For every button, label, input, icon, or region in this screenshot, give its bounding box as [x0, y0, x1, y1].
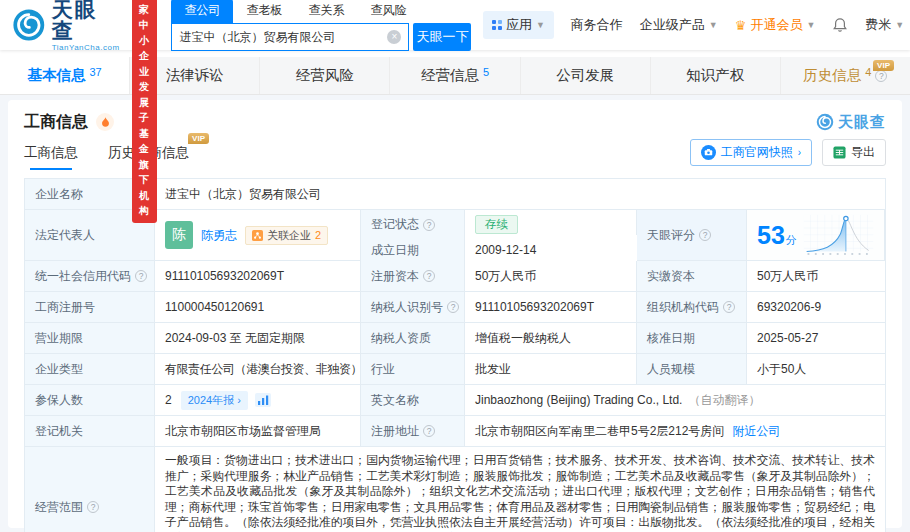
slogan-banner: 都在用的商业查询工具 国家中小企业发展子基金旗下机构: [132, 0, 158, 223]
tab-label: 基本信息: [27, 66, 85, 85]
chevron-down-icon: ▼: [895, 20, 904, 30]
help-icon[interactable]: ?: [423, 425, 435, 437]
english-name-cell: Jinbaozhong (Beijing) Trading Co., Ltd. …: [465, 385, 885, 415]
field-label: 行业: [361, 354, 465, 384]
field-label: 营业期限: [25, 323, 155, 353]
industry-value: 批发业: [465, 354, 637, 384]
org-code-value: 69320206-9: [747, 292, 885, 322]
field-label: 工商注册号: [25, 292, 155, 322]
help-icon[interactable]: ?: [423, 219, 435, 231]
search-tab-risk[interactable]: 查风险: [357, 0, 419, 23]
field-label: 人员规模: [637, 354, 747, 384]
nav-enterprise[interactable]: 企业级产品 ▼: [640, 16, 718, 34]
field-label: 经营范围?: [25, 447, 155, 532]
related-companies-badge[interactable]: 关联企业 2: [245, 226, 328, 245]
app-grid-icon: [492, 20, 502, 30]
tab-operational-risk[interactable]: 经营风险: [260, 57, 390, 94]
legal-rep-link[interactable]: 陈勇志: [201, 227, 237, 244]
english-name-value: Jinbaozhong (Beijing) Trading Co., Ltd.: [475, 393, 682, 407]
tab-label: 历史信息: [803, 66, 861, 85]
nav-vip[interactable]: ♛ 开通会员 ▼: [735, 16, 816, 34]
tianyancha-logo[interactable]: 天眼查 TianYanCha.com: [12, 0, 120, 52]
help-icon[interactable]: ?: [699, 229, 711, 241]
score-value: 53: [757, 221, 785, 249]
field-label: 统一社会信用代码?: [25, 261, 155, 291]
chevron-down-icon: ▼: [806, 20, 815, 30]
search-tab-boss[interactable]: 查老板: [233, 0, 295, 23]
credit-code-value: 91110105693202069T: [155, 261, 361, 291]
subtab-business-registration[interactable]: 工商信息: [24, 144, 78, 170]
tab-history-info[interactable]: VIP 历史信息 4 ?: [781, 57, 910, 94]
related-badge-count: 2: [315, 229, 321, 241]
company-type-value: 有限责任公司（港澳台投资、非独资）: [155, 354, 361, 384]
table-row: 企业类型 有限责任公司（港澳台投资、非独资） 行业 批发业 人员规模 小于50人: [25, 354, 885, 385]
search-tab-company[interactable]: 查公司: [171, 0, 233, 23]
tab-label: 经营风险: [296, 66, 354, 85]
tianyan-score-cell: 53分: [747, 210, 885, 260]
export-button[interactable]: 导出: [822, 139, 886, 166]
table-row: 经营范围? 一般项目：货物进出口；技术进出口；国内货物运输代理；日用百货销售；技…: [25, 447, 885, 532]
nav-apps[interactable]: 应用 ▼: [483, 11, 553, 39]
nearby-companies-link[interactable]: 附近公司: [732, 423, 780, 440]
clear-search-icon[interactable]: ×: [387, 30, 401, 44]
navbar-right: 应用 ▼ 商务合作 企业级产品 ▼ ♛ 开通会员 ▼ 费米 ▼: [483, 11, 904, 39]
search-button[interactable]: 天眼一下: [413, 23, 471, 51]
nav-notifications[interactable]: [832, 17, 848, 33]
table-row: 参保人数 2 2024年报 › 英文名称 Jinbaozhong (Beijin…: [25, 385, 885, 416]
nav-enterprise-label: 企业级产品: [640, 16, 705, 34]
search-input[interactable]: [179, 30, 387, 44]
field-label: 纳税人识别号?: [361, 292, 465, 322]
company-name-value: 进宝中（北京）贸易有限公司: [155, 179, 885, 209]
status-label: 登记状态: [371, 216, 419, 233]
tab-label: 法律诉讼: [166, 66, 224, 85]
tab-label: 经营信息: [421, 66, 479, 85]
bar-chart-icon: [255, 393, 271, 407]
insured-staff-value: 2: [165, 393, 172, 407]
score-unit: 分: [786, 234, 797, 246]
help-icon[interactable]: ?: [723, 301, 735, 313]
field-label: 企业类型: [25, 354, 155, 384]
annual-report-label: 2024年报: [188, 394, 234, 406]
official-snapshot-button[interactable]: 工商官网快照 ›: [690, 139, 812, 166]
help-icon[interactable]: ?: [875, 70, 887, 82]
tab-intellectual-property[interactable]: 知识产权: [651, 57, 781, 94]
tab-business-info[interactable]: 经营信息 5: [390, 57, 520, 94]
tab-company-development[interactable]: 公司发展: [521, 57, 651, 94]
annual-report-badge[interactable]: 2024年报 ›: [181, 391, 248, 410]
tab-basic-info[interactable]: 基本信息 37: [0, 57, 130, 94]
nav-user[interactable]: 费米 ▼: [865, 16, 904, 34]
registered-address-cell: 北京市朝阳区向军南里二巷甲5号2层212号房间 附近公司: [465, 416, 885, 446]
trend-chart-button[interactable]: [255, 393, 271, 407]
status-badge: 存续: [475, 215, 518, 234]
credit-code-label: 统一社会信用代码: [35, 268, 131, 285]
nav-cooperation[interactable]: 商务合作: [571, 16, 623, 34]
field-label: 英文名称: [361, 385, 465, 415]
tab-count: 4: [865, 66, 871, 78]
help-icon[interactable]: ?: [447, 301, 459, 313]
registered-address-value: 北京市朝阳区向军南里二巷甲5号2层212号房间: [475, 423, 724, 440]
business-term-value: 2024-09-03 至 无固定期限: [155, 323, 361, 353]
field-label: 实缴资本: [637, 261, 747, 291]
registration-number-value: 110000450120691: [155, 292, 361, 322]
nav-user-label: 费米: [865, 16, 891, 34]
watermark-label: 天眼查: [838, 113, 886, 132]
table-row: 统一社会信用代码? 91110105693202069T 注册资本? 50万人民…: [25, 261, 885, 292]
crown-icon: ♛: [735, 18, 747, 33]
search-input-wrap: ×: [171, 23, 409, 51]
help-icon[interactable]: ?: [135, 270, 147, 282]
approval-date-value: 2025-05-27: [747, 323, 885, 353]
export-sheet-icon: [833, 146, 846, 159]
search-tab-relation[interactable]: 查关系: [295, 0, 357, 23]
help-icon[interactable]: ?: [87, 501, 99, 513]
top-navbar: 天眼查 TianYanCha.com 都在用的商业查询工具 国家中小企业发展子基…: [0, 0, 910, 50]
field-label: 注册资本?: [361, 261, 465, 291]
avatar: 陈: [165, 221, 193, 249]
logo-title: 天眼查: [52, 0, 120, 41]
section-title: 工商信息: [24, 112, 88, 133]
help-icon[interactable]: ?: [423, 270, 435, 282]
chevron-down-icon: ▼: [536, 20, 545, 30]
legal-rep-cell: 陈 陈勇志 关联企业 2: [155, 210, 361, 260]
tab-count: 37: [89, 66, 101, 78]
logo-domain: TianYanCha.com: [52, 44, 120, 52]
hot-flame-icon: [96, 113, 114, 131]
